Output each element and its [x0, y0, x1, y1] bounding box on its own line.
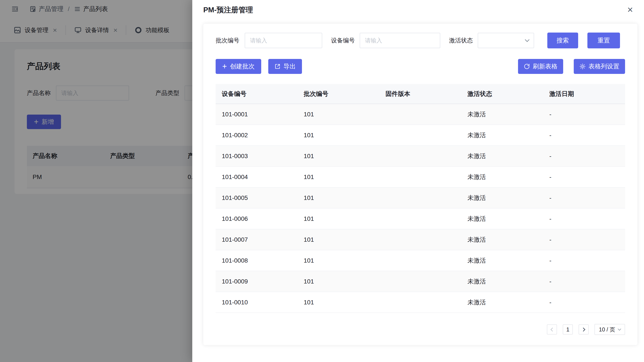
activation-date-cell: -	[543, 292, 625, 313]
firmware-version-cell	[380, 250, 462, 271]
activation-date-cell: -	[543, 208, 625, 229]
batch-number-cell: 101	[298, 208, 380, 229]
refresh-label: 刷新表格	[533, 62, 558, 71]
activation-status-cell: 未激活	[461, 187, 543, 208]
batch-number-cell: 101	[298, 146, 380, 167]
activation-status-cell: 未激活	[461, 271, 543, 292]
device-number-cell: 101-0002	[216, 125, 298, 146]
activation-status-cell: 未激活	[461, 146, 543, 167]
search-button[interactable]: 搜索	[547, 32, 578, 48]
batch-number-input[interactable]	[245, 33, 322, 48]
chevron-down-icon	[618, 327, 621, 331]
column-settings-button[interactable]: 表格列设置	[574, 59, 625, 74]
table-row[interactable]: 101-0002 101 未激活 -	[216, 125, 625, 146]
activation-status-cell: 未激活	[461, 125, 543, 146]
batch-number-cell: 101	[298, 167, 380, 187]
firmware-version-cell	[380, 229, 462, 250]
activation-status-cell: 未激活	[461, 229, 543, 250]
column-header: 批次编号	[298, 84, 380, 104]
device-table-header-row: 设备编号批次编号固件版本激活状态激活日期	[216, 84, 625, 104]
activation-date-cell: -	[543, 250, 625, 271]
activation-date-cell: -	[543, 104, 625, 125]
device-number-input[interactable]	[360, 33, 440, 48]
activation-status-label: 激活状态	[449, 36, 473, 44]
firmware-version-cell	[380, 125, 462, 146]
column-header: 固件版本	[380, 84, 462, 104]
batch-number-cell: 101	[298, 104, 380, 125]
device-number-cell: 101-0009	[216, 271, 298, 292]
preregistration-drawer: PM-预注册管理 × 批次编号 设备编号 激活状态 搜索 重置 + 创建批次	[192, 0, 644, 362]
activation-status-select[interactable]	[478, 33, 534, 48]
close-icon[interactable]: ×	[627, 5, 633, 14]
batch-number-cell: 101	[298, 229, 380, 250]
table-row[interactable]: 101-0001 101 未激活 -	[216, 104, 625, 125]
table-row[interactable]: 101-0010 101 未激活 -	[216, 292, 625, 313]
activation-date-cell: -	[543, 271, 625, 292]
export-button[interactable]: 导出	[268, 59, 302, 74]
filter-row: 批次编号 设备编号 激活状态 搜索 重置	[216, 32, 625, 48]
gear-icon	[580, 63, 586, 69]
device-number-label: 设备编号	[331, 36, 355, 44]
device-number-cell: 101-0008	[216, 250, 298, 271]
device-number-cell: 101-0010	[216, 292, 298, 313]
export-icon	[274, 63, 280, 69]
batch-number-cell: 101	[298, 292, 380, 313]
create-batch-label: 创建批次	[230, 62, 254, 71]
batch-number-cell: 101	[298, 250, 380, 271]
device-number-cell: 101-0006	[216, 208, 298, 229]
firmware-version-cell	[380, 104, 462, 125]
export-label: 导出	[284, 62, 296, 71]
pagination: 1 10 / 页	[216, 324, 625, 335]
firmware-version-cell	[380, 292, 462, 313]
drawer-header: PM-预注册管理 ×	[192, 0, 644, 15]
chevron-down-icon	[525, 37, 530, 42]
reset-button[interactable]: 重置	[588, 32, 620, 48]
create-batch-button[interactable]: + 创建批次	[216, 59, 261, 74]
activation-date-cell: -	[543, 146, 625, 167]
table-row[interactable]: 101-0006 101 未激活 -	[216, 208, 625, 229]
device-number-cell: 101-0004	[216, 167, 298, 187]
action-row: + 创建批次 导出 刷新表格	[216, 59, 625, 74]
table-row[interactable]: 101-0005 101 未激活 -	[216, 187, 625, 208]
firmware-version-cell	[380, 167, 462, 187]
table-row[interactable]: 101-0008 101 未激活 -	[216, 250, 625, 271]
activation-date-cell: -	[543, 229, 625, 250]
table-row[interactable]: 101-0003 101 未激活 -	[216, 146, 625, 167]
plus-icon: +	[222, 62, 227, 70]
device-number-cell: 101-0001	[216, 104, 298, 125]
screen: 产品管理 / 产品列表	[0, 0, 644, 362]
drawer-title: PM-预注册管理	[203, 5, 253, 15]
table-row[interactable]: 101-0004 101 未激活 -	[216, 167, 625, 187]
column-header: 设备编号	[216, 84, 298, 104]
table-row[interactable]: 101-0009 101 未激活 -	[216, 271, 625, 292]
firmware-version-cell	[380, 271, 462, 292]
firmware-version-cell	[380, 208, 462, 229]
batch-number-cell: 101	[298, 125, 380, 146]
page-size-select[interactable]: 10 / 页	[594, 324, 625, 335]
batch-number-cell: 101	[298, 187, 380, 208]
activation-status-cell: 未激活	[461, 208, 543, 229]
drawer-card: 批次编号 设备编号 激活状态 搜索 重置 + 创建批次	[203, 24, 638, 345]
refresh-table-button[interactable]: 刷新表格	[518, 59, 563, 74]
device-table: 设备编号批次编号固件版本激活状态激活日期 101-0001 101 未激活 -	[216, 84, 625, 313]
chevron-right-icon	[581, 328, 585, 332]
device-number-cell: 101-0007	[216, 229, 298, 250]
activation-status-cell: 未激活	[461, 292, 543, 313]
device-number-cell: 101-0005	[216, 187, 298, 208]
activation-status-cell: 未激活	[461, 250, 543, 271]
activation-status-cell: 未激活	[461, 104, 543, 125]
column-header: 激活日期	[543, 84, 625, 104]
firmware-version-cell	[380, 146, 462, 167]
activation-date-cell: -	[543, 125, 625, 146]
previous-page-button[interactable]	[547, 324, 557, 335]
batch-number-label: 批次编号	[216, 36, 240, 44]
page-size-value: 10 / 页	[599, 326, 615, 333]
column-settings-label: 表格列设置	[588, 62, 619, 71]
activation-date-cell: -	[543, 167, 625, 187]
chevron-left-icon	[550, 328, 554, 332]
firmware-version-cell	[380, 187, 462, 208]
next-page-button[interactable]	[578, 324, 589, 335]
table-row[interactable]: 101-0007 101 未激活 -	[216, 229, 625, 250]
refresh-icon	[524, 63, 530, 69]
page-number-button[interactable]: 1	[563, 324, 573, 335]
